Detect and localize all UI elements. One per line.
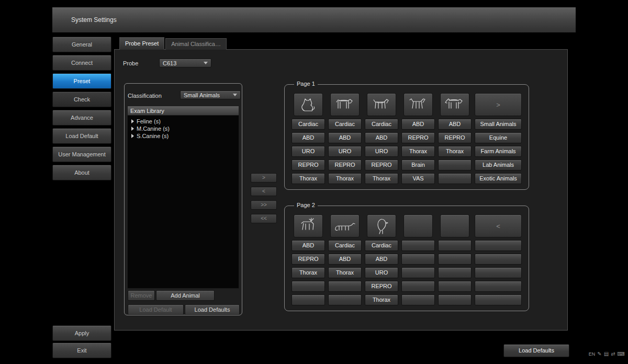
exam-button-empty[interactable]: [475, 240, 522, 251]
tree-item-feline-s[interactable]: Feline (s): [128, 118, 239, 125]
exam-button-exotic-animals[interactable]: Exotic Animals: [475, 173, 522, 184]
exam-button-empty[interactable]: [401, 281, 435, 292]
remove-button[interactable]: Remove: [128, 290, 155, 301]
exam-button-thorax[interactable]: Thorax: [328, 267, 362, 278]
exam-button-abd[interactable]: ABD: [328, 132, 362, 143]
sidebar-item-advance[interactable]: Advance: [52, 110, 111, 126]
exam-button-cardiac[interactable]: Cardiac: [328, 119, 362, 130]
exam-button-uro[interactable]: URO: [328, 146, 362, 157]
exam-button-repro[interactable]: REPRO: [365, 160, 398, 170]
tab-animal-classifica[interactable]: Animal Classifica…: [165, 38, 227, 50]
exam-button-lab-animals[interactable]: Lab Animals: [475, 160, 522, 170]
exam-button-empty[interactable]: [438, 294, 472, 305]
sidebar-item-preset[interactable]: Preset: [52, 73, 111, 89]
cow-animal-tile[interactable]: [440, 93, 469, 116]
exam-button-uro[interactable]: URO: [365, 146, 398, 157]
exam-button-thorax[interactable]: Thorax: [365, 294, 398, 305]
move-all-left-button[interactable]: <<: [251, 214, 277, 223]
exam-button-empty[interactable]: [328, 281, 362, 292]
exam-button-empty[interactable]: [328, 294, 362, 305]
move-all-right-button[interactable]: >>: [251, 200, 277, 210]
sidebar-item-load-default[interactable]: Load Default: [52, 128, 111, 144]
sidebar-item-user-management[interactable]: User Management: [52, 146, 111, 162]
exam-button-empty[interactable]: [438, 267, 472, 278]
exam-button-empty[interactable]: [475, 267, 522, 278]
exam-button-thorax[interactable]: Thorax: [438, 146, 472, 157]
apply-button[interactable]: Apply: [52, 325, 111, 341]
exam-button-cardiac[interactable]: Cardiac: [365, 240, 398, 251]
exam-button-abd[interactable]: ABD: [291, 132, 325, 143]
exam-button-abd[interactable]: ABD: [328, 254, 362, 265]
load-default-button[interactable]: Load Default: [128, 304, 184, 315]
exam-button-empty[interactable]: [401, 240, 435, 251]
tree-item-s-canine-s[interactable]: S.Canine (s): [128, 132, 239, 140]
exam-button-empty[interactable]: [401, 254, 435, 265]
exam-button-abd[interactable]: ABD: [291, 240, 325, 251]
exam-button-empty[interactable]: [438, 173, 472, 184]
exam-button-empty[interactable]: [438, 281, 472, 292]
exam-button-empty[interactable]: [291, 281, 325, 292]
exam-button-repro[interactable]: REPRO: [291, 254, 325, 265]
move-right-button[interactable]: >: [251, 173, 277, 183]
sidebar-item-general[interactable]: General: [52, 37, 111, 52]
classification-select[interactable]: Small Animals: [180, 90, 241, 99]
exam-button-thorax[interactable]: Thorax: [365, 173, 398, 184]
exam-button-repro[interactable]: REPRO: [328, 160, 362, 170]
exit-button[interactable]: Exit: [52, 343, 111, 358]
exam-button-brain[interactable]: Brain: [401, 160, 435, 170]
empty-tile[interactable]: [440, 214, 469, 237]
exam-button-thorax[interactable]: Thorax: [291, 267, 325, 278]
exam-button-cardiac[interactable]: Cardiac: [365, 119, 398, 130]
exam-button-farm-animals[interactable]: Farm Animals: [475, 146, 522, 157]
load-defaults-button[interactable]: Load Defaults: [185, 304, 240, 315]
prev-page-tile[interactable]: <: [475, 214, 522, 237]
add-animal-button[interactable]: Add Animal: [156, 290, 215, 301]
exam-button-abd[interactable]: ABD: [365, 254, 398, 265]
exam-button-thorax[interactable]: Thorax: [401, 146, 435, 157]
ferret-animal-tile[interactable]: [330, 214, 360, 237]
sidebar-item-connect[interactable]: Connect: [52, 55, 111, 71]
exam-button-empty[interactable]: [475, 281, 522, 292]
exam-button-uro[interactable]: URO: [291, 146, 325, 157]
exam-button-repro[interactable]: REPRO: [438, 132, 472, 143]
tab-probe-preset[interactable]: Probe Preset: [119, 37, 164, 50]
collapse-arrow-icon[interactable]: [131, 119, 134, 123]
exam-button-empty[interactable]: [438, 240, 472, 251]
dog-animal-tile[interactable]: [330, 93, 360, 116]
next-page-tile[interactable]: >: [475, 93, 522, 116]
collapse-arrow-icon[interactable]: [131, 134, 134, 138]
deer-animal-tile[interactable]: [294, 214, 323, 237]
dog2-animal-tile[interactable]: [367, 93, 396, 116]
goat-animal-tile[interactable]: [403, 93, 433, 116]
bird-animal-tile[interactable]: [367, 214, 396, 237]
exam-button-small-animals[interactable]: Small Animals: [475, 119, 522, 130]
exam-button-thorax[interactable]: Thorax: [291, 173, 325, 184]
exam-button-repro[interactable]: REPRO: [365, 281, 398, 292]
exam-button-empty[interactable]: [475, 254, 522, 265]
exam-button-empty[interactable]: [475, 294, 522, 305]
exam-button-repro[interactable]: REPRO: [291, 160, 325, 170]
empty-tile[interactable]: [403, 214, 433, 237]
exam-button-abd[interactable]: ABD: [401, 119, 435, 130]
footer-load-defaults-button[interactable]: Load Defaults: [503, 344, 569, 357]
exam-button-uro[interactable]: URO: [365, 267, 398, 278]
exam-button-abd[interactable]: ABD: [365, 132, 398, 143]
exam-button-empty[interactable]: [291, 294, 325, 305]
exam-button-repro[interactable]: REPRO: [401, 132, 435, 143]
exam-button-vas[interactable]: VAS: [401, 173, 435, 184]
exam-button-empty[interactable]: [438, 160, 472, 170]
probe-select[interactable]: C613: [159, 59, 211, 67]
exam-button-equine[interactable]: Equine: [475, 132, 522, 143]
exam-button-thorax[interactable]: Thorax: [328, 173, 362, 184]
exam-button-empty[interactable]: [438, 254, 472, 265]
exam-button-abd[interactable]: ABD: [438, 119, 472, 130]
exam-button-cardiac[interactable]: Cardiac: [328, 240, 362, 251]
sidebar-item-check[interactable]: Check: [52, 92, 111, 107]
move-left-button[interactable]: <: [251, 187, 277, 196]
cat-animal-tile[interactable]: [294, 93, 323, 116]
tree-item-m-canine-s[interactable]: M.Canine (s): [128, 125, 239, 132]
exam-button-empty[interactable]: [401, 294, 435, 305]
exam-button-empty[interactable]: [401, 267, 435, 278]
exam-button-cardiac[interactable]: Cardiac: [291, 119, 325, 130]
sidebar-item-about[interactable]: About: [52, 165, 111, 180]
